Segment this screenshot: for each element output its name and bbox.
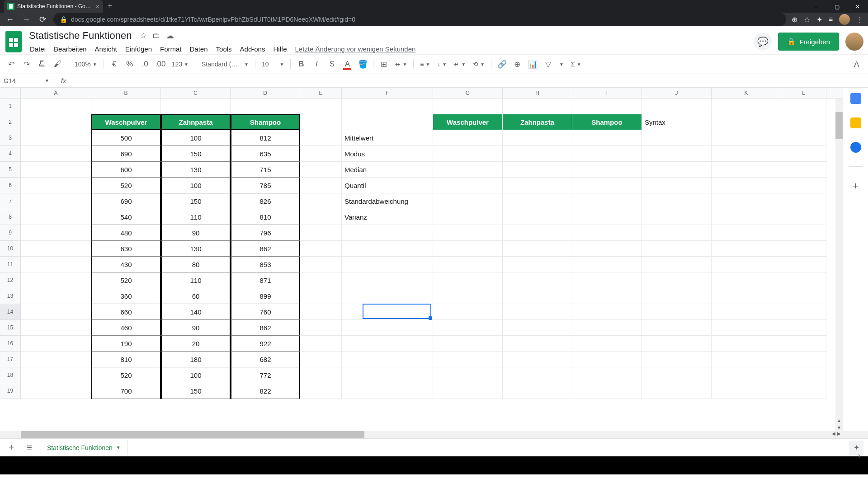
cell-J3[interactable]: [642, 130, 712, 146]
percent-button[interactable]: %: [123, 57, 137, 71]
cell-A12[interactable]: [21, 272, 91, 288]
cell-B8[interactable]: 540: [91, 209, 161, 225]
cell-F17[interactable]: [342, 352, 433, 367]
menu-ansicht[interactable]: Ansicht: [91, 43, 121, 55]
scroll-left-arrow[interactable]: ◀: [832, 431, 835, 436]
cell-H18[interactable]: [503, 367, 572, 383]
cell-E11[interactable]: [300, 257, 342, 272]
menu-tools[interactable]: Tools: [212, 43, 236, 55]
cell-F15[interactable]: [342, 320, 433, 336]
cell-B16[interactable]: 190: [91, 336, 161, 352]
close-window-button[interactable]: ✕: [847, 0, 868, 14]
cell-F12[interactable]: [342, 272, 433, 288]
cell-I12[interactable]: [572, 272, 642, 288]
cell-E4[interactable]: [300, 146, 342, 162]
cell-G4[interactable]: [433, 146, 503, 162]
cell-K17[interactable]: [712, 352, 781, 367]
add-addon-icon[interactable]: +: [853, 180, 859, 192]
row-header-13[interactable]: 13: [0, 288, 20, 304]
cell-J16[interactable]: [642, 336, 712, 352]
maximize-button[interactable]: ▢: [826, 0, 847, 14]
menu-datei[interactable]: Datei: [26, 43, 49, 55]
cell-L1[interactable]: [781, 99, 826, 114]
cell-K4[interactable]: [712, 146, 781, 162]
cell-J9[interactable]: [642, 225, 712, 241]
cell-L11[interactable]: [781, 257, 826, 272]
cell-H5[interactable]: [503, 162, 572, 178]
cell-L7[interactable]: [781, 193, 826, 209]
cell-D8[interactable]: 810: [231, 209, 300, 225]
cell-L14[interactable]: [781, 304, 826, 320]
undo-button[interactable]: ↶: [5, 57, 18, 71]
strikethrough-button[interactable]: S: [325, 57, 339, 71]
cell-K15[interactable]: [712, 320, 781, 336]
insert-comment-button[interactable]: ⊕: [510, 57, 524, 71]
insert-chart-button[interactable]: 📊: [526, 57, 539, 71]
cell-L4[interactable]: [781, 146, 826, 162]
cell-D1[interactable]: [231, 99, 300, 114]
cell-J2[interactable]: Syntax: [642, 114, 712, 130]
cell-I8[interactable]: [572, 209, 642, 225]
merge-cells-button[interactable]: ⬌▼: [392, 61, 410, 68]
cell-L9[interactable]: [781, 225, 826, 241]
cell-D13[interactable]: 899: [231, 288, 300, 304]
expand-side-panel-button[interactable]: ›: [858, 450, 861, 461]
cell-L2[interactable]: [781, 114, 826, 130]
cell-L15[interactable]: [781, 320, 826, 336]
cell-F5[interactable]: Median: [342, 162, 433, 178]
cell-D11[interactable]: 853: [231, 257, 300, 272]
increase-decimal-button[interactable]: .00: [154, 57, 167, 71]
row-header-17[interactable]: 17: [0, 352, 20, 367]
cell-I6[interactable]: [572, 178, 642, 193]
cell-B11[interactable]: 430: [91, 257, 161, 272]
cell-H16[interactable]: [503, 336, 572, 352]
comments-button[interactable]: 💬: [754, 33, 772, 51]
spreadsheet-grid[interactable]: A B C D E F G H I J K L 1234567891011121…: [0, 88, 843, 431]
document-title[interactable]: Statistische Funktionen: [26, 29, 134, 42]
cell-D19[interactable]: 822: [231, 383, 300, 399]
cell-F16[interactable]: [342, 336, 433, 352]
cell-D16[interactable]: 922: [231, 336, 300, 352]
cell-I16[interactable]: [572, 336, 642, 352]
row-header-2[interactable]: 2: [0, 114, 20, 130]
cell-C10[interactable]: 130: [161, 241, 231, 257]
cell-K5[interactable]: [712, 162, 781, 178]
row-header-7[interactable]: 7: [0, 193, 20, 209]
cell-F3[interactable]: Mittelwert: [342, 130, 433, 146]
cell-D7[interactable]: 826: [231, 193, 300, 209]
cell-J7[interactable]: [642, 193, 712, 209]
cell-L10[interactable]: [781, 241, 826, 257]
cell-E19[interactable]: [300, 383, 342, 399]
cell-B19[interactable]: 700: [91, 383, 161, 399]
cell-B3[interactable]: 500: [91, 130, 161, 146]
cell-I7[interactable]: [572, 193, 642, 209]
redo-button[interactable]: ↷: [20, 57, 33, 71]
row-header-11[interactable]: 11: [0, 257, 20, 272]
cell-I13[interactable]: [572, 288, 642, 304]
menu-daten[interactable]: Daten: [186, 43, 212, 55]
keep-icon[interactable]: [850, 117, 861, 128]
name-box[interactable]: G14▼: [0, 77, 53, 84]
insert-link-button[interactable]: 🔗: [495, 57, 509, 71]
cell-H10[interactable]: [503, 241, 572, 257]
cell-H8[interactable]: [503, 209, 572, 225]
select-all-corner[interactable]: [0, 88, 21, 98]
text-color-button[interactable]: A: [340, 57, 354, 71]
cell-G16[interactable]: [433, 336, 503, 352]
cell-A11[interactable]: [21, 257, 91, 272]
url-field[interactable]: 🔒 docs.google.com/spreadsheets/d/1fke71Y…: [53, 13, 786, 26]
cell-L19[interactable]: [781, 383, 826, 399]
close-tab-icon[interactable]: ×: [96, 3, 99, 10]
cell-K18[interactable]: [712, 367, 781, 383]
forward-button[interactable]: →: [21, 15, 32, 24]
cell-G1[interactable]: [433, 99, 503, 114]
cell-H19[interactable]: [503, 383, 572, 399]
cell-H1[interactable]: [503, 99, 572, 114]
cell-F6[interactable]: Quantil: [342, 178, 433, 193]
decrease-decimal-button[interactable]: .0: [138, 57, 152, 71]
scroll-up-arrow[interactable]: ▲: [835, 417, 843, 424]
cell-I5[interactable]: [572, 162, 642, 178]
cell-G18[interactable]: [433, 367, 503, 383]
cell-K19[interactable]: [712, 383, 781, 399]
cell-E15[interactable]: [300, 320, 342, 336]
